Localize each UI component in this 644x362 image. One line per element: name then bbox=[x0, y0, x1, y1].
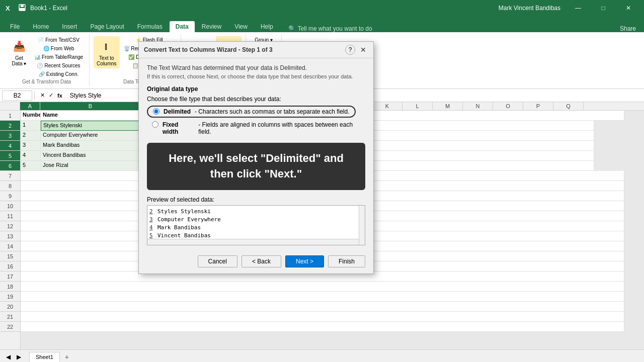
row-header-7[interactable]: 7 bbox=[0, 171, 20, 181]
save-icon[interactable] bbox=[18, 4, 26, 12]
tab-review[interactable]: Review bbox=[196, 21, 227, 32]
col-header-p[interactable]: P bbox=[523, 102, 553, 110]
col-header-m[interactable]: M bbox=[433, 102, 463, 110]
text-to-columns-button[interactable]: ⫿ Text toColumns bbox=[94, 36, 119, 68]
row-header-14[interactable]: 14 bbox=[0, 241, 20, 251]
col-header-q[interactable]: Q bbox=[553, 102, 584, 110]
cell-empty-20[interactable] bbox=[21, 302, 624, 312]
recent-sources-button[interactable]: 🕐 Recent Sources bbox=[32, 62, 85, 69]
cell-b1[interactable]: Name bbox=[41, 111, 141, 121]
col-header-l[interactable]: L bbox=[403, 102, 433, 110]
cell-b2[interactable]: Styles Stylenski bbox=[41, 121, 141, 131]
ribbon-group-get-transform: 📥 GetData ▾ 📄 From Text/CSV 🌐 From Web bbox=[4, 34, 90, 86]
row-header-22[interactable]: 22 bbox=[0, 322, 20, 332]
tell-me-bar: 🔍 Tell me what you want to do bbox=[288, 25, 619, 32]
cell-a1[interactable]: Number bbox=[21, 111, 41, 121]
cell-b3[interactable]: Computer Everywhere bbox=[41, 131, 141, 141]
row-header-13[interactable]: 13 bbox=[0, 231, 20, 241]
dialog-help-button[interactable]: ? bbox=[345, 45, 355, 55]
sheet-nav-right[interactable]: ▶ bbox=[15, 352, 23, 361]
excel-logo-icon: X bbox=[4, 3, 14, 13]
row-header-5[interactable]: 5 bbox=[0, 151, 20, 161]
col-header-n[interactable]: N bbox=[463, 102, 493, 110]
get-data-button[interactable]: 📥 GetData ▾ bbox=[8, 36, 30, 68]
next-button[interactable]: Next > bbox=[285, 255, 324, 267]
row-header-18[interactable]: 18 bbox=[0, 282, 20, 292]
col-header-a[interactable]: A bbox=[20, 102, 40, 110]
back-button[interactable]: < Back bbox=[242, 255, 281, 267]
delimited-radio-option[interactable]: Delimited - Characters such as commas or… bbox=[147, 106, 356, 118]
row-header-11[interactable]: 11 bbox=[0, 211, 20, 221]
row-header-21[interactable]: 21 bbox=[0, 312, 20, 322]
cell-a3[interactable]: 2 bbox=[21, 131, 41, 141]
tab-file[interactable]: File bbox=[4, 21, 26, 32]
grid-row-18 bbox=[21, 282, 644, 292]
tab-home[interactable]: Home bbox=[27, 21, 55, 32]
share-button[interactable]: Share bbox=[620, 25, 636, 32]
finish-button[interactable]: Finish bbox=[328, 255, 365, 267]
text-columns-icon: ⫿ bbox=[99, 38, 115, 54]
preview-area[interactable]: 2 Styles Stylenski 3 Computer Everywhere… bbox=[147, 205, 365, 245]
col-header-o[interactable]: O bbox=[493, 102, 523, 110]
scrollbar-vertical[interactable] bbox=[359, 206, 365, 245]
sheet-tab-sheet1[interactable]: Sheet1 bbox=[29, 352, 60, 362]
from-table-range-button[interactable]: 📊 From Table/Range bbox=[32, 53, 85, 61]
minimize-button[interactable]: — bbox=[567, 0, 590, 16]
row-header-3[interactable]: 3 bbox=[0, 131, 20, 141]
row-header-2[interactable]: 2 bbox=[0, 121, 20, 131]
row-header-16[interactable]: 16 bbox=[0, 261, 20, 272]
enter-formula-btn[interactable]: ✓ bbox=[47, 92, 55, 99]
dialog-title: Convert Text to Columns Wizard - Step 1 … bbox=[144, 46, 273, 53]
row-header-19[interactable]: 19 bbox=[0, 292, 20, 302]
tab-page-layout[interactable]: Page Layout bbox=[84, 21, 130, 32]
tell-me-text[interactable]: Tell me what you want to do bbox=[298, 25, 372, 32]
tab-view[interactable]: View bbox=[228, 21, 254, 32]
maximize-button[interactable]: □ bbox=[592, 0, 615, 16]
formula-buttons: ✕ ✓ fx bbox=[37, 92, 66, 99]
original-data-type-label: Original data type bbox=[147, 85, 365, 93]
row-header-9[interactable]: 9 bbox=[0, 191, 20, 201]
cell-a5[interactable]: 4 bbox=[21, 151, 41, 161]
close-button[interactable]: ✕ bbox=[617, 0, 640, 16]
cell-empty-19[interactable] bbox=[21, 292, 624, 302]
scrollbar-horizontal[interactable] bbox=[147, 239, 359, 245]
tab-data[interactable]: Data bbox=[170, 21, 195, 32]
col-header-b[interactable]: B bbox=[40, 102, 141, 110]
cell-b6[interactable]: Jose Rizal bbox=[41, 161, 141, 171]
row-header-15[interactable]: 15 bbox=[0, 251, 20, 261]
row-header-17[interactable]: 17 bbox=[0, 272, 20, 282]
from-web-button[interactable]: 🌐 From Web bbox=[32, 45, 85, 52]
fixed-width-radio-option[interactable]: Fixed width - Fields are aligned in colu… bbox=[147, 120, 365, 137]
cell-b4[interactable]: Mark Bandibas bbox=[41, 141, 141, 151]
dialog-close-button[interactable]: ✕ bbox=[358, 45, 368, 55]
cell-empty-22[interactable] bbox=[21, 322, 624, 332]
cell-b5[interactable]: Vincent Bandibas bbox=[41, 151, 141, 161]
cancel-formula-btn[interactable]: ✕ bbox=[39, 92, 46, 99]
cell-a4[interactable]: 3 bbox=[21, 141, 41, 151]
row-header-8[interactable]: 8 bbox=[0, 181, 20, 191]
tab-insert[interactable]: Insert bbox=[56, 21, 83, 32]
cell-a6[interactable]: 5 bbox=[21, 161, 41, 171]
row-header-4[interactable]: 4 bbox=[0, 141, 20, 151]
name-box[interactable] bbox=[2, 90, 32, 101]
row-header-10[interactable]: 10 bbox=[0, 201, 20, 211]
row-header-6[interactable]: 6 bbox=[0, 161, 20, 171]
tab-help[interactable]: Help bbox=[255, 21, 279, 32]
dialog-instruction: Choose the file type that best describes… bbox=[147, 96, 365, 103]
existing-conn-button[interactable]: 🔗 Existing Conn. bbox=[32, 70, 85, 78]
delimited-radio[interactable] bbox=[153, 108, 159, 115]
row-header-12[interactable]: 12 bbox=[0, 221, 20, 231]
fixed-width-radio[interactable] bbox=[152, 121, 158, 128]
cell-a2[interactable]: 1 bbox=[21, 121, 41, 131]
insert-function-btn[interactable]: fx bbox=[56, 92, 64, 99]
cell-empty-21[interactable] bbox=[21, 312, 624, 322]
sheet-nav-left[interactable]: ◀ bbox=[4, 352, 13, 361]
tab-formulas[interactable]: Formulas bbox=[131, 21, 169, 32]
row-header-1[interactable]: 1 bbox=[0, 111, 20, 121]
col-header-k[interactable]: K bbox=[372, 102, 403, 110]
cell-empty-18[interactable] bbox=[21, 282, 624, 292]
from-text-csv-button[interactable]: 📄 From Text/CSV bbox=[32, 36, 85, 44]
cancel-button[interactable]: Cancel bbox=[198, 255, 237, 267]
row-header-20[interactable]: 20 bbox=[0, 302, 20, 312]
add-sheet-button[interactable]: + bbox=[62, 352, 72, 362]
